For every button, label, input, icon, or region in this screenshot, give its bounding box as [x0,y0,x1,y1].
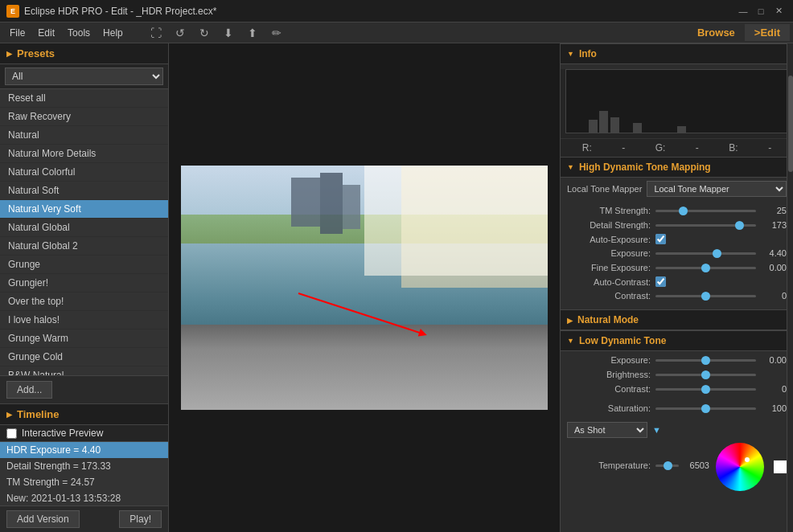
detail-strength-slider[interactable] [655,224,756,227]
auto-contrast-checkbox[interactable] [655,276,666,287]
contrast-slider[interactable] [655,295,756,297]
edit-menu[interactable]: Edit [31,25,61,41]
fine-exposure-slider[interactable] [655,267,756,269]
fullscreen-button[interactable]: ⛶ [146,24,166,42]
undo-button[interactable]: ↺ [170,24,191,42]
play-button[interactable]: Play! [119,510,162,528]
ldt-exposure-slider-container [655,354,756,366]
ldt-contrast-row: Contrast: 0 [567,383,787,395]
temperature-row: Temperature: 6503 [567,460,709,471]
right-scrollbar[interactable] [787,43,793,532]
add-preset-button[interactable]: Add... [6,381,52,399]
add-version-button[interactable]: Add Version [6,510,80,528]
tools-menu[interactable]: Tools [61,25,97,41]
window-controls: — □ ✕ [735,5,787,18]
browse-button[interactable]: Browse [688,24,745,41]
b-value: - [768,142,771,153]
file-menu[interactable]: File [3,25,31,41]
interactive-preview-checkbox[interactable] [6,428,17,439]
preset-natural-colorful[interactable]: Natural Colorful [0,163,168,182]
low-dynamic-arrow [567,337,574,345]
preset-bw-natural[interactable]: B&W Natural [0,366,168,375]
presets-filter-select[interactable]: All [5,68,163,85]
detail-strength-label: Detail Strength: [567,220,655,230]
preset-raw-recovery[interactable]: Raw Recovery [0,108,168,126]
info-header[interactable]: Info [561,43,793,64]
redo-button[interactable]: ↻ [194,24,215,42]
b-label: B: [729,142,738,153]
preset-natural-global-2[interactable]: Natural Global 2 [0,237,168,256]
detail-strength-row: Detail Strength: 173 [567,219,787,231]
timeline-item-2[interactable]: TM Strength = 24.57 [0,474,168,490]
tone-mapping-arrow [567,163,574,171]
auto-contrast-checkbox-container [655,276,666,287]
exposure-value: 4.40 [756,248,787,258]
preset-natural[interactable]: Natural [0,126,168,145]
natural-mode-header[interactable]: Natural Mode [561,309,793,330]
exposure-slider[interactable] [655,252,756,255]
preset-natural-global[interactable]: Natural Global [0,219,168,237]
timeline-header[interactable]: Timeline [0,404,168,425]
preset-natural-very-soft[interactable]: Natural Very Soft [0,200,168,219]
right-panel: Info R: - [560,43,793,532]
window-title: Eclipse HDR PRO - Edit - _HDR Project.ec… [24,6,735,17]
ldt-exposure-row: Exposure: 0.00 [567,354,787,366]
tm-controls: TM Strength: 25 Detail Strength: 173 [561,200,793,309]
ldt-contrast-slider[interactable] [655,388,756,391]
edit-button[interactable]: >Edit [745,24,790,41]
preset-natural-more-details[interactable]: Natural More Details [0,145,168,163]
ldt-saturation-label: Saturation: [567,403,655,413]
preset-grunge-cold[interactable]: Grunge Cold [0,348,168,366]
canvas-image [181,166,548,410]
presets-title: Presets [17,47,55,59]
temperature-slider[interactable] [655,464,679,467]
maximize-button[interactable]: □ [753,5,769,18]
export-button[interactable]: ⬆ [242,24,263,42]
auto-exposure-checkbox[interactable] [655,234,666,244]
close-button[interactable]: ✕ [770,5,787,18]
preset-reset-all[interactable]: Reset all [0,89,168,108]
wb-select[interactable]: As Shot Auto Daylight Cloudy [567,422,647,438]
ldt-brightness-label: Brightness: [567,370,655,379]
ldt-controls: Exposure: 0.00 Brightness: [561,351,793,420]
auto-exposure-checkbox-container [655,234,666,244]
right-scrollbar-thumb[interactable] [788,76,793,172]
tm-strength-slider[interactable] [655,210,756,212]
r-value: - [622,142,625,153]
preset-natural-soft[interactable]: Natural Soft [0,182,168,200]
ldt-saturation-slider-container [655,403,756,414]
exposure-label: Exposure: [567,248,655,258]
tm-strength-slider-container [655,205,756,216]
tone-mapping-header[interactable]: High Dynamic Tone Mapping [561,157,793,178]
ldt-brightness-slider[interactable] [655,374,756,376]
pen-button[interactable]: ✏ [266,24,287,42]
fine-exposure-label: Fine Exposure: [567,263,655,272]
presets-header[interactable]: Presets [0,43,168,64]
info-values: R: - G: - B: - [561,138,793,157]
preset-grunge-warm[interactable]: Grunge Warm [0,329,168,348]
timeline-item-0[interactable]: HDR Exposure = 4.40 [0,442,168,458]
timeline-item-3[interactable]: New: 2021-01-13 13:53:28 [0,490,168,505]
ltm-select[interactable]: Local Tone Mapper [647,181,787,197]
save-button[interactable]: ⬇ [218,24,239,42]
low-dynamic-header[interactable]: Low Dynamic Tone [561,330,793,351]
preset-grunge[interactable]: Grunge [0,256,168,274]
ldt-saturation-slider[interactable] [655,407,756,410]
preset-over-top[interactable]: Over the top! [0,293,168,311]
ldt-exposure-slider[interactable] [655,359,756,362]
help-menu[interactable]: Help [97,25,129,41]
ldt-saturation-value: 100 [756,403,787,413]
color-wheel[interactable] [716,443,764,491]
info-title: Info [579,48,597,59]
info-section: Info R: - [561,43,793,157]
info-panel: R: - G: - B: - [561,69,793,157]
preset-i-love-halos[interactable]: I love halos! [0,311,168,329]
contrast-row: Contrast: 0 [567,290,787,301]
titlebar: E Eclipse HDR PRO - Edit - _HDR Project.… [0,0,793,23]
color-wheel-indicator [745,457,750,462]
natural-mode-section: Natural Mode [561,309,793,330]
preset-grungier[interactable]: Grungier! [0,274,168,293]
minimize-button[interactable]: — [735,5,751,18]
nav-buttons: Browse >Edit [688,24,790,41]
timeline-item-1[interactable]: Detail Strength = 173.33 [0,458,168,474]
